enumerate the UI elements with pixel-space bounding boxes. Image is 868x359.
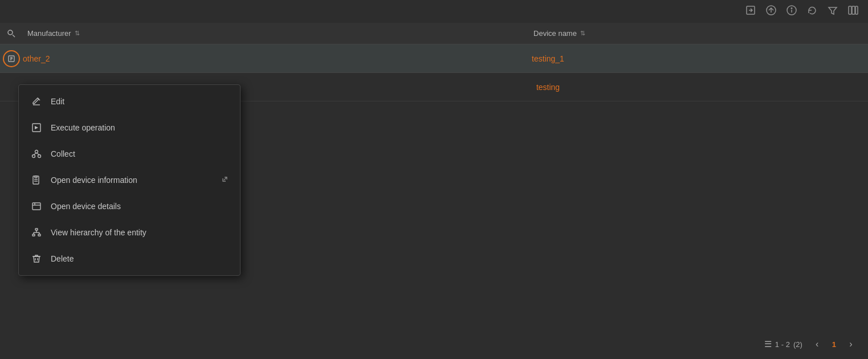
svg-rect-4	[849, 6, 851, 14]
pagination: ☰ 1 - 2 (2) ‹ 1 ›	[764, 336, 859, 352]
pagination-lines-icon: ☰	[764, 339, 772, 349]
menu-collect-label: Collect	[51, 149, 229, 158]
svg-rect-22	[35, 229, 38, 230]
table-row[interactable]: other_2 testing_1	[0, 44, 868, 73]
svg-rect-16	[35, 176, 37, 178]
menu-item-open-device-information[interactable]: Open device information	[19, 167, 240, 193]
edit-icon	[30, 95, 43, 108]
row-context-icon[interactable]	[3, 50, 20, 67]
pagination-prev-button[interactable]: ‹	[809, 336, 825, 352]
columns-icon[interactable]	[847, 5, 859, 19]
row-devicename-2: testing	[228, 83, 868, 92]
svg-point-12	[38, 155, 41, 158]
svg-rect-15	[33, 176, 39, 184]
menu-device-details-label: Open device details	[51, 202, 229, 211]
svg-point-11	[32, 155, 35, 158]
menu-item-delete[interactable]: Delete	[19, 246, 240, 272]
export-icon[interactable]	[745, 5, 756, 19]
menu-item-collect[interactable]: Collect	[19, 141, 240, 167]
svg-rect-24	[38, 234, 40, 236]
menu-edit-label: Edit	[51, 97, 229, 106]
device-details-icon	[30, 200, 43, 213]
pagination-info: ☰ 1 - 2 (2)	[764, 339, 802, 349]
menu-item-edit[interactable]: Edit	[19, 88, 240, 115]
devicename-sort-icon: ⇅	[580, 30, 585, 37]
svg-line-13	[34, 153, 36, 155]
svg-rect-5	[852, 6, 855, 14]
pagination-range: 1 - 2	[775, 340, 790, 349]
svg-rect-19	[32, 203, 40, 210]
svg-line-14	[36, 153, 39, 155]
menu-device-info-label: Open device information	[51, 176, 213, 185]
execute-icon	[30, 121, 43, 134]
collect-icon	[30, 148, 43, 160]
menu-item-execute-operation[interactable]: Execute operation	[19, 115, 240, 141]
svg-point-3	[791, 7, 792, 9]
filter-icon[interactable]	[827, 5, 838, 19]
pagination-current-page: 1	[832, 340, 836, 349]
menu-delete-label: Delete	[51, 254, 229, 263]
svg-point-7	[8, 30, 13, 35]
menu-item-open-device-details[interactable]: Open device details	[19, 193, 240, 219]
upload-icon[interactable]	[765, 5, 777, 19]
pagination-next-button[interactable]: ›	[843, 336, 859, 352]
top-toolbar	[745, 0, 868, 23]
pagination-total: (2)	[793, 340, 802, 349]
row-devicename: testing_1	[228, 54, 868, 63]
column-header-manufacturer[interactable]: Manufacturer ⇅	[23, 29, 251, 38]
hierarchy-icon	[30, 226, 43, 239]
table-header: Manufacturer ⇅ Device name ⇅	[0, 23, 868, 44]
info-icon[interactable]	[786, 5, 797, 19]
svg-point-10	[35, 150, 38, 153]
context-menu: Edit Execute operation Collect	[18, 84, 241, 276]
manufacturer-sort-icon: ⇅	[75, 30, 80, 37]
svg-rect-6	[855, 6, 858, 14]
menu-item-view-hierarchy[interactable]: View hierarchy of the entity	[19, 219, 240, 246]
column-header-devicename[interactable]: Device name ⇅	[251, 29, 868, 38]
table-filter-icon[interactable]	[0, 29, 23, 38]
row-manufacturer: other_2	[23, 54, 228, 63]
menu-execute-label: Execute operation	[51, 123, 229, 132]
svg-rect-23	[32, 234, 35, 236]
external-link-icon	[221, 176, 229, 185]
menu-hierarchy-label: View hierarchy of the entity	[51, 228, 229, 237]
delete-icon	[30, 252, 43, 265]
device-info-icon	[30, 174, 43, 186]
row-icon-cell	[0, 50, 23, 67]
refresh-icon[interactable]	[806, 5, 818, 19]
